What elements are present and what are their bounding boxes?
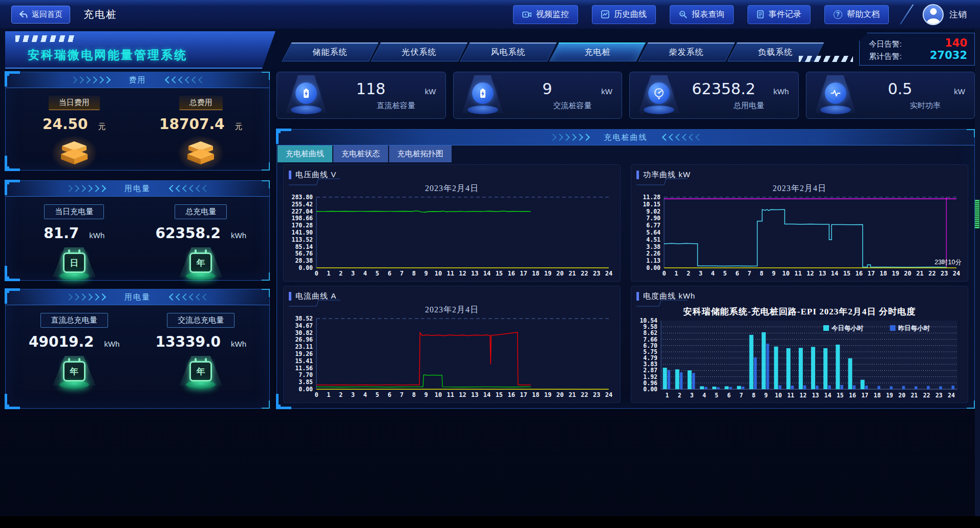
tab-pv-system[interactable]: 光伏系统 [371,43,468,61]
video-monitor-button[interactable]: 视频监控 [513,5,578,24]
svg-text:23: 23 [935,392,943,399]
svg-text:26.96: 26.96 [295,336,313,343]
svg-text:2.26: 2.26 [646,250,661,257]
current-chart-plot[interactable]: 38.5234.6730.8226.9623.1119.2615.4111.56… [289,315,615,399]
ac-total-charge-metric: 交流总充电量 13339.0kWh 年 [138,313,265,389]
svg-text:20: 20 [557,391,564,398]
svg-text:141.90: 141.90 [291,229,313,236]
svg-text:20: 20 [899,392,906,399]
chevrons-right-icon [71,77,110,82]
svg-text:20: 20 [557,270,564,277]
help-doc-label: 帮助文档 [847,9,880,20]
tab-charging-pile[interactable]: 充电桩 [549,43,646,61]
dc-total-charge-value: 49019.2 [29,333,94,350]
svg-text:5: 5 [375,270,379,277]
subtab-status[interactable]: 充电桩状态 [333,145,388,162]
battery-bolt-icon [472,82,494,104]
daily-fee-label: 当日费用 [49,96,100,110]
back-home-button[interactable]: 返回首页 [11,6,70,24]
svg-text:24: 24 [953,270,960,277]
energy-chart-plot[interactable]: 10.549.588.627.666.705.754.793.832.871.9… [636,317,963,399]
svg-text:15: 15 [837,392,844,399]
svg-text:22: 22 [581,270,588,277]
power-chart-plot[interactable]: 11.2810.159.027.906.775.644.513.382.261.… [636,194,963,278]
fee-panel: 费用 当日费用 24.50元 总费用 18707.4元 [5,72,270,171]
chevrons-left-icon [170,186,208,191]
charge-energy-title: 用电量 [124,184,151,194]
help-doc-button[interactable]: ? 帮助文档 [824,5,889,24]
chart-subtabs: 充电桩曲线 充电桩状态 充电桩拓扑图 [278,145,452,162]
svg-text:19: 19 [544,270,551,277]
user-avatar[interactable] [923,4,944,25]
total-fee-metric: 总费用 18707.4元 [138,96,265,168]
svg-text:21: 21 [911,392,918,399]
topbar-divider [900,4,914,25]
daily-fee-metric: 当日费用 24.50元 [11,96,138,168]
svg-text:16: 16 [507,270,515,277]
svg-text:5.64: 5.64 [646,229,661,236]
power-chart-title: 功率曲线 kW [643,170,691,180]
back-home-label: 返回首页 [32,10,62,19]
tab-storage-system[interactable]: 储能系统 [282,43,379,61]
calendar-year-icon: 年 [52,356,97,389]
ac-capacity-card: 9kW 交流桩容量 [453,72,623,119]
event-log-button[interactable]: 事件记录 [748,5,811,24]
svg-text:22: 22 [923,392,930,399]
subtab-topology[interactable]: 充电桩拓扑图 [389,145,452,162]
svg-text:17: 17 [867,270,875,277]
daily-fee-unit: 元 [98,122,106,132]
gold-stack-icon [54,138,95,168]
page-scrollbar-track[interactable] [975,29,980,516]
header-band: 安科瑞微电网能量管理系统 储能系统 光伏系统 风电系统 充电桩 柴发系统 负载系… [0,29,980,72]
svg-text:18: 18 [532,391,539,398]
fee-panel-title: 费用 [129,75,146,85]
svg-text:6: 6 [388,270,391,277]
gold-stack-icon [180,138,221,168]
subtab-curves[interactable]: 充电桩曲线 [278,145,332,162]
voltage-chart-plot[interactable]: 283.80255.42227.04198.66170.28141.90113.… [289,194,615,278]
realtime-power-card: 0.5kW 实时功率 [806,72,975,119]
svg-text:7: 7 [400,270,403,277]
svg-text:15.41: 15.41 [295,357,313,365]
svg-text:15: 15 [843,270,850,277]
svg-text:6: 6 [388,391,391,398]
realtime-power-value: 0.5 [858,80,943,98]
svg-text:19: 19 [892,270,899,277]
alarm-summary-box: 今日告警: 140 累计告警: 27032 [859,33,975,66]
svg-text:13: 13 [819,270,826,277]
logout-button[interactable]: 注销 [949,9,967,20]
calendar-day-icon: 日 [52,247,97,280]
svg-text:5: 5 [715,392,718,399]
svg-text:8: 8 [412,391,416,398]
page-scrollbar-thumb[interactable] [975,200,979,228]
total-alarm-label: 累计告警: [869,52,902,61]
svg-text:20: 20 [904,270,911,277]
svg-text:14: 14 [824,392,832,399]
dc-ac-energy-title: 用电量 [124,292,151,302]
svg-text:0: 0 [314,391,318,398]
svg-text:17: 17 [861,392,868,399]
pulse-icon [825,82,846,104]
dc-capacity-unit: kW [414,87,436,96]
user-area[interactable]: 注销 [923,4,967,25]
tab-diesel-system[interactable]: 柴发系统 [638,43,735,61]
chevrons-right-icon [67,186,105,191]
realtime-power-label: 实时功率 [858,101,966,111]
svg-text:15: 15 [496,270,503,277]
tab-wind-system[interactable]: 风电系统 [460,43,557,61]
today-alarm-label: 今日告警: [869,39,902,49]
chevrons-left-icon [663,135,701,140]
svg-text:13: 13 [471,391,478,398]
charging-curves-title: 充电桩曲线 [604,133,648,142]
svg-text:17: 17 [520,270,527,277]
svg-text:85.14: 85.14 [295,243,313,250]
svg-text:13: 13 [812,392,819,399]
event-log-label: 事件记录 [769,9,801,20]
svg-text:7.70: 7.70 [299,371,313,378]
video-monitor-label: 视频监控 [536,9,569,20]
total-fee-unit: 元 [235,122,243,132]
svg-text:9: 9 [764,392,768,399]
report-search-button[interactable]: 报表查询 [670,5,734,24]
help-doc-icon: ? [834,10,842,19]
history-curve-button[interactable]: 历史曲线 [592,5,656,24]
